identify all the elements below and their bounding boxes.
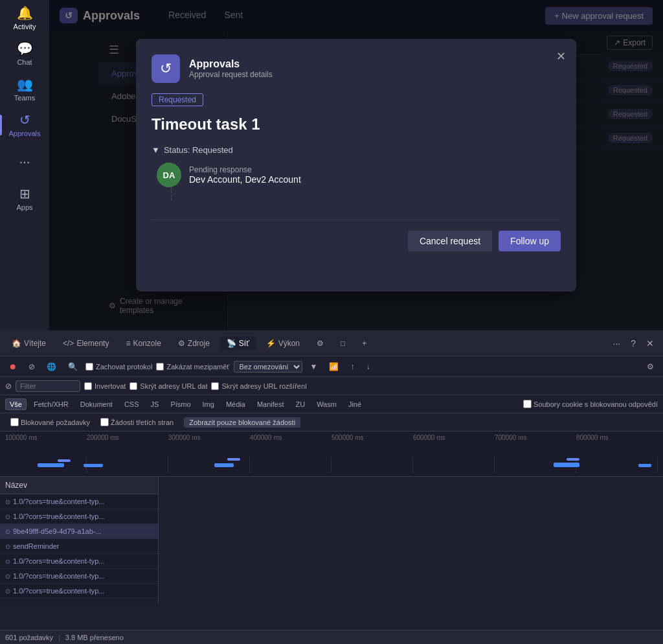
filter-js-button[interactable]: JS: [146, 398, 164, 410]
filter-bar: ⊘ Invertovat Skrýt adresy URL dat Skrýt …: [0, 377, 663, 395]
approvals-icon: ↺: [19, 112, 30, 128]
filter-wasm-button[interactable]: Wasm: [312, 398, 341, 410]
devtools-tab-settings[interactable]: ⚙: [310, 336, 330, 351]
devtools-tab-vykon[interactable]: ⚡ Výkon: [260, 336, 306, 351]
sidebar-item-approvals[interactable]: ↺ Approvals: [0, 107, 49, 143]
separator: |: [58, 634, 60, 641]
list-item[interactable]: ⊙9be49fff-d5e9-4d79-a1ab-...: [0, 524, 158, 539]
preserve-log-checkbox[interactable]: [85, 363, 93, 371]
follow-up-button[interactable]: Follow up: [499, 231, 561, 251]
disable-cache-checkbox[interactable]: [156, 363, 164, 371]
modal-header: ↺ Approvals Approval request details ✕: [152, 54, 561, 83]
filter-fetch-button[interactable]: Fetch/XHR: [29, 398, 73, 410]
timeline-label: 600000 ms: [413, 434, 495, 441]
approvals-icon: ↺: [160, 60, 172, 77]
filter-doc-button[interactable]: Dokument: [76, 398, 117, 410]
timeline-labels: 100000 ms 200000 ms 300000 ms 400000 ms …: [0, 431, 663, 444]
devtools-topbar: 🏠 Vítejte </> Elementy ≡ Konzole ⚙ Zdroj…: [0, 330, 663, 356]
devtools-tab-add[interactable]: +: [355, 336, 373, 351]
block-cookies-checkbox[interactable]: [523, 400, 532, 408]
filter-font-button[interactable]: Písmo: [166, 398, 195, 410]
request-list: Název ⊙1.0/?cors=true&content-typ... ⊙1.…: [0, 477, 159, 603]
timeline-label: 500000 ms: [332, 434, 413, 441]
sidebar-item-label: Activity: [14, 23, 36, 30]
filter-css-button[interactable]: CSS: [120, 398, 144, 410]
filter-manifest-button[interactable]: Manifest: [253, 398, 289, 410]
network-icon: 📡: [227, 339, 236, 348]
preserve-log-label[interactable]: Zachovat protokol: [85, 363, 152, 371]
help-button[interactable]: ?: [627, 336, 640, 351]
sidebar-item-label: Apps: [16, 203, 32, 211]
timeline-label: 400000 ms: [250, 434, 332, 441]
third-party-label[interactable]: Žádosti třetích stran: [100, 418, 174, 426]
third-party-checkbox[interactable]: [100, 418, 109, 426]
sidebar-item-teams[interactable]: 👥 Teams: [0, 71, 49, 107]
sidebar-item-chat[interactable]: 💬 Chat: [0, 36, 49, 71]
devtools-tab-elementy[interactable]: </> Elementy: [56, 336, 115, 351]
search-button[interactable]: 🔍: [64, 361, 82, 373]
hide-ext-url-label[interactable]: Skrýt adresy URL rozšíření: [211, 382, 307, 390]
timeline-bar: [554, 463, 579, 467]
sidebar-item-more[interactable]: ···: [0, 149, 49, 174]
list-item[interactable]: ⊙1.0/?cors=true&content-typ...: [0, 494, 158, 509]
list-item[interactable]: ⊙1.0/?cors=true&content-typ...: [0, 569, 158, 584]
list-item[interactable]: ⊙1.0/?cors=true&content-typ...: [0, 584, 158, 599]
hide-data-url-checkbox[interactable]: [129, 382, 137, 390]
devtools-tab-layout[interactable]: □: [334, 336, 352, 351]
disable-cache-label[interactable]: Zakázat mezipaměť: [156, 363, 229, 371]
filter-media-button[interactable]: Média: [221, 398, 250, 410]
block-cookies-label[interactable]: Soubory cookie s blokovanou odpovědí: [523, 400, 658, 408]
sidebar-item-activity[interactable]: 🔔 Activity: [0, 0, 49, 36]
invert-label[interactable]: Invertovat: [84, 382, 126, 390]
download-button[interactable]: ↓: [362, 361, 374, 373]
filter-all-button[interactable]: Vše: [5, 398, 27, 410]
list-item[interactable]: ⊙sendReminder: [0, 539, 158, 554]
list-item[interactable]: ⊙1.0/?cors=true&content-typ...: [0, 554, 158, 569]
filter-zu-button[interactable]: ZU: [291, 398, 309, 410]
sources-icon: ⚙: [178, 339, 185, 348]
blocked-requests-checkbox[interactable]: [10, 418, 19, 426]
record-button[interactable]: ⏺: [5, 361, 21, 373]
timeline-label: 300000 ms: [168, 434, 250, 441]
throttle-down-button[interactable]: ▼: [306, 361, 322, 373]
request-icon: ⊙: [5, 573, 10, 580]
modal-close-button[interactable]: ✕: [556, 49, 566, 63]
status-label: Status: Requested: [164, 145, 233, 155]
invert-checkbox[interactable]: [84, 382, 92, 390]
hide-data-url-label[interactable]: Skrýt adresy URL dat: [129, 382, 207, 390]
sidebar-item-label: Chat: [17, 58, 32, 66]
modal-actions: Cancel request Follow up: [152, 220, 561, 251]
timeline-bar: [84, 464, 103, 467]
filter-input[interactable]: [16, 380, 80, 392]
clear-button[interactable]: 🌐: [43, 361, 60, 373]
network-settings-button[interactable]: ⚙: [643, 361, 658, 373]
chat-icon: 💬: [17, 41, 33, 56]
devtools-tab-zdroje[interactable]: ⚙ Zdroje: [172, 336, 216, 351]
modal-status-header[interactable]: ▼ Status: Requested: [152, 145, 561, 155]
devtools-tab-konzole[interactable]: ≡ Konzole: [119, 336, 167, 351]
timeline-bar: [567, 458, 579, 461]
online-status-button[interactable]: 📶: [325, 361, 343, 373]
devtools-tab-sit[interactable]: 📡 Síť: [220, 336, 256, 351]
console-icon: ≡: [126, 339, 130, 348]
close-devtools-button[interactable]: ✕: [642, 336, 658, 351]
blocked-requests-label[interactable]: Blokované požadavky: [10, 418, 90, 426]
sidebar-item-apps[interactable]: ⊞ Apps: [0, 181, 49, 216]
filter-other-button[interactable]: Jiné: [344, 398, 366, 410]
cancel-request-button[interactable]: Cancel request: [408, 231, 492, 251]
request-icon: ⊙: [5, 558, 10, 565]
throttle-select[interactable]: Bez omezování: [234, 361, 302, 373]
stop-button[interactable]: ⊘: [25, 361, 39, 373]
status-badge: Requested: [152, 93, 203, 106]
filter-img-button[interactable]: Img: [198, 398, 219, 410]
hide-ext-url-checkbox[interactable]: [211, 382, 219, 390]
modal-overlay: ↺ Approvals Approval request details ✕ R…: [49, 0, 663, 330]
upload-button[interactable]: ↑: [346, 361, 358, 373]
more-options-button[interactable]: ···: [609, 336, 625, 351]
request-icon: ⊙: [5, 528, 10, 535]
timeline-bar: [214, 463, 234, 467]
modal-status-section: ▼ Status: Requested DA Pending response …: [152, 145, 561, 200]
devtools-tab-vitejte[interactable]: 🏠 Vítejte: [5, 336, 52, 351]
modal-subtitle: Approval request details: [189, 70, 273, 79]
list-item[interactable]: ⊙1.0/?cors=true&content-typ...: [0, 509, 158, 524]
